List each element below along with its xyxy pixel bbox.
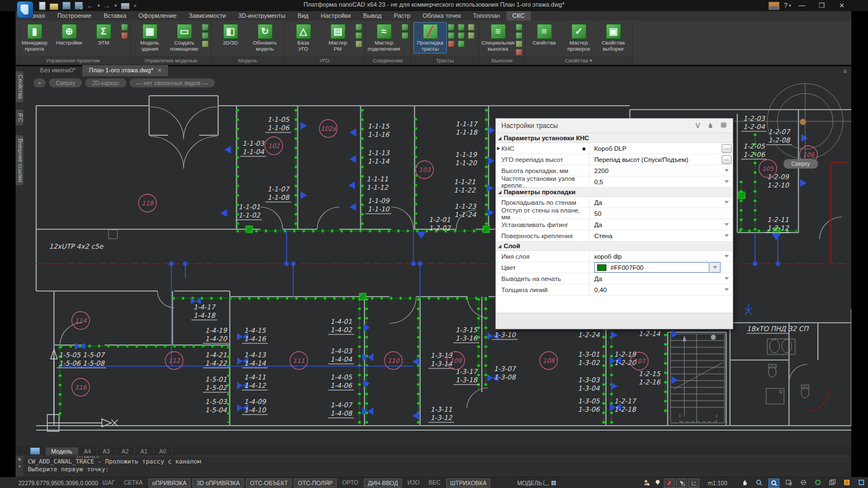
- save-icon[interactable]: [62, 2, 71, 9]
- target-icon[interactable]: [202, 41, 209, 47]
- ribbon-button[interactable]: ✓Мастер проверок: [562, 22, 595, 53]
- property-row[interactable]: Частота установки узлов крепле...0,5: [496, 176, 733, 188]
- db-icon[interactable]: [720, 122, 727, 130]
- brackets-icon[interactable]: [402, 32, 408, 39]
- qat-customize-icon[interactable]: ≡: [134, 3, 136, 8]
- db-green-icon[interactable]: [121, 24, 128, 31]
- browse-button[interactable]: ...: [721, 154, 733, 165]
- tray-clock-icon[interactable]: [468, 32, 475, 39]
- row-control-empty[interactable]: [721, 262, 733, 273]
- close-cli-icon[interactable]: ✕: [17, 456, 22, 463]
- view-direction-pill[interactable]: Сверху: [49, 78, 82, 87]
- download-icon[interactable]: [550, 479, 557, 487]
- status-toggle-ВЕС[interactable]: ВЕС: [425, 479, 444, 487]
- undo-icon[interactable]: ←: [87, 2, 93, 9]
- annotation-scale[interactable]: m1:100: [708, 480, 727, 486]
- copy-sheets-icon[interactable]: [827, 479, 837, 487]
- pin-cli-icon[interactable]: ▪: [18, 463, 20, 470]
- side-tab-Внешние ссылки[interactable]: Внешние ссылки: [16, 135, 23, 185]
- ribbon-button[interactable]: ▮Менеджер проекта: [18, 22, 51, 53]
- menu-tab-Вид[interactable]: Вид: [292, 11, 315, 21]
- regen-icon[interactable]: [813, 479, 823, 487]
- property-row[interactable]: Устанавливать фитингДа: [496, 219, 733, 230]
- dropdown-chevron-icon[interactable]: [721, 197, 733, 208]
- ribbon-button[interactable]: ╱Прокладка трассы: [413, 22, 447, 53]
- layout-tab-A1[interactable]: A1: [135, 447, 154, 455]
- tray-add-icon[interactable]: [448, 32, 455, 39]
- property-value[interactable]: Короб DLP: [589, 143, 721, 154]
- dropdown-chevron-icon[interactable]: [721, 165, 733, 176]
- align-icon[interactable]: [458, 41, 465, 47]
- restore-button[interactable]: ❐: [812, 1, 831, 11]
- view-toggle-icon[interactable]: V: [696, 122, 700, 130]
- save-all-icon[interactable]: [75, 2, 83, 9]
- dialog-section-header[interactable]: ◢Слой: [496, 241, 733, 251]
- tray-delete-icon[interactable]: [448, 41, 455, 47]
- help-button[interactable]: ?: [784, 2, 788, 9]
- dialog-section-header[interactable]: ◢Параметры установки КНС: [496, 134, 733, 143]
- axis-dyn-icon[interactable]: [688, 479, 699, 488]
- menu-tab-Зависимости[interactable]: Зависимости: [183, 11, 232, 21]
- menu-tab-Облака точек[interactable]: Облака точек: [417, 11, 467, 21]
- orbit-icon[interactable]: [798, 479, 808, 487]
- open-file-icon[interactable]: [50, 3, 58, 10]
- status-toggle-3D оПРИВЯЗКА[interactable]: 3D оПРИВЯЗКА: [193, 479, 244, 487]
- property-value[interactable]: Да: [589, 197, 721, 208]
- dialog-header[interactable]: Настройки трассы V: [496, 119, 733, 134]
- ribbon-button[interactable]: ΣЭТМ: [87, 22, 120, 48]
- frame-icon[interactable]: [856, 479, 866, 487]
- route-icon[interactable]: [458, 24, 465, 31]
- sheets-icon[interactable]: [30, 447, 40, 455]
- list-red-icon[interactable]: [516, 49, 522, 56]
- property-row[interactable]: Толщина линий0,40: [496, 284, 733, 295]
- grid-dots-icon[interactable]: [356, 24, 362, 31]
- layout-tab-A3[interactable]: A3: [97, 447, 116, 455]
- browse-button[interactable]: ...: [721, 143, 733, 154]
- hand-icon[interactable]: [707, 122, 713, 130]
- layout-tab-A0[interactable]: A0: [154, 447, 172, 455]
- dropdown-chevron-icon[interactable]: [721, 273, 733, 284]
- ucs-toggle-icon[interactable]: [542, 479, 549, 487]
- menu-tab-Построение[interactable]: Построение: [51, 11, 97, 21]
- db-red-icon[interactable]: [121, 32, 128, 39]
- combo-dropdown-button[interactable]: [710, 262, 721, 273]
- property-row[interactable]: Цвет#FF007F00: [496, 262, 733, 273]
- ribbon-button[interactable]: ▦Модель здания: [133, 22, 166, 53]
- model-space-label[interactable]: МОДЕЛЬ: [517, 480, 542, 486]
- ribbon-button[interactable]: ◧2D/3D: [214, 22, 247, 48]
- user-cursor-icon[interactable]: [642, 479, 652, 487]
- color-combobox[interactable]: #FF007F00: [594, 262, 709, 273]
- dropdown-chevron-icon[interactable]: [721, 284, 733, 295]
- ribbon-button[interactable]: ▭Создать помещение: [167, 22, 201, 53]
- linked-views-pill[interactable]: — нет связанных видов —: [130, 78, 215, 87]
- ribbon-button[interactable]: △База УГО: [287, 22, 320, 53]
- property-row[interactable]: Имя слоякороб dlp: [496, 251, 733, 262]
- trace-settings-dialog[interactable]: Настройки трассы V ◢Параметры установки …: [495, 118, 733, 329]
- cursor-select-icon[interactable]: [676, 479, 687, 488]
- print-icon[interactable]: [121, 3, 130, 9]
- star-icon[interactable]: [516, 24, 522, 31]
- menu-tab-Топоплан[interactable]: Топоплан: [467, 11, 506, 21]
- property-value[interactable]: Перепад высот (Спуск/Подъем): [589, 154, 721, 165]
- ribbon-button[interactable]: ▣Свойства выборки: [596, 22, 630, 53]
- arrows-icon[interactable]: [516, 32, 522, 39]
- status-toggle-ОТС-ПОЛЯР[interactable]: ОТС-ПОЛЯР: [294, 479, 337, 487]
- close-button[interactable]: ✕: [832, 1, 851, 11]
- property-value[interactable]: 2200: [589, 165, 721, 176]
- property-row[interactable]: ▶КНС◆Короб DLP...: [496, 143, 733, 154]
- side-tab-Свойства[interactable]: Свойства: [16, 71, 23, 102]
- redo-caret-icon[interactable]: ▾: [115, 3, 117, 8]
- document-tab[interactable]: План 1-ого этажа.dwg*×: [82, 65, 168, 76]
- property-row[interactable]: Поверхность крепленияСтена: [496, 230, 733, 241]
- status-toggle-ДИН-ВВОД[interactable]: ДИН-ВВОД: [364, 479, 402, 487]
- property-value[interactable]: #FF007F00: [589, 262, 721, 273]
- property-value[interactable]: короб dlp: [589, 251, 721, 262]
- hatch-icon[interactable]: [468, 24, 475, 31]
- ribbon-button[interactable]: ↻Обновить модель: [248, 22, 282, 53]
- side-tab-IFC[interactable]: IFC: [16, 110, 23, 125]
- menu-tab-СКС[interactable]: СКС: [506, 11, 531, 21]
- dropdown-chevron-icon[interactable]: [721, 230, 733, 241]
- status-toggle-ШТРИХОВКА[interactable]: ШТРИХОВКА: [446, 479, 491, 487]
- ribbon-button[interactable]: ≡Специальная выноска: [481, 22, 515, 53]
- dropdown-chevron-icon[interactable]: [721, 219, 733, 230]
